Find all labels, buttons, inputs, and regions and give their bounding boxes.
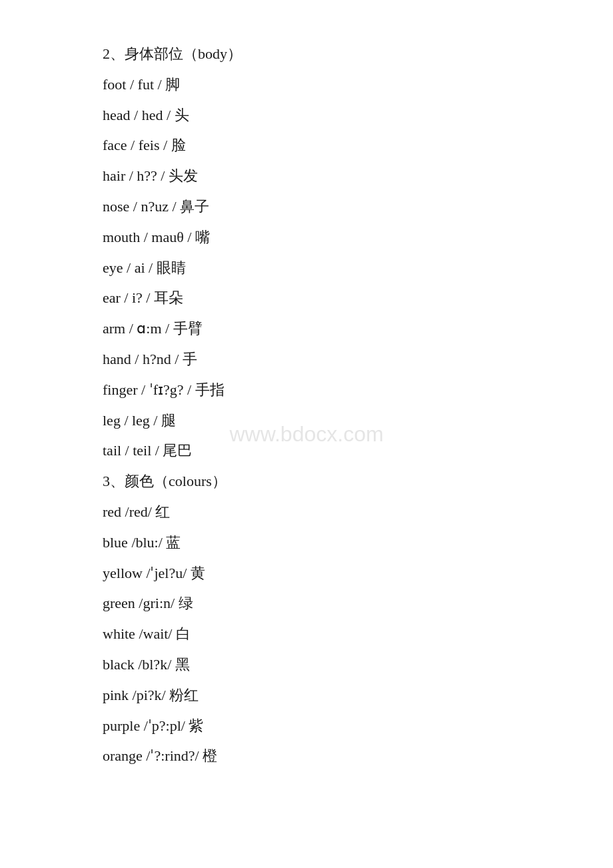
section-header-body-section: 2、身体部位（body） xyxy=(103,40,510,68)
vocab-item-body-section-2: face / feis / 脸 xyxy=(103,131,510,159)
vocab-item-colours-section-3: green /gri:n/ 绿 xyxy=(103,589,510,617)
vocab-item-colours-section-2: yellow /ˈjel?u/ 黄 xyxy=(103,559,510,587)
vocab-item-colours-section-5: black /bl?k/ 黑 xyxy=(103,651,510,679)
vocab-item-body-section-5: mouth / mauθ / 嘴 xyxy=(103,223,510,251)
vocab-item-colours-section-8: orange /ˈ?:rind?/ 橙 xyxy=(103,742,510,770)
vocab-item-body-section-12: tail / teil / 尾巴 xyxy=(103,437,510,465)
vocab-item-colours-section-0: red /red/ 红 xyxy=(103,498,510,526)
vocab-item-colours-section-6: pink /pi?k/ 粉红 xyxy=(103,681,510,709)
vocab-item-body-section-8: arm / ɑ:m / 手臂 xyxy=(103,315,510,343)
vocab-item-colours-section-1: blue /blu:/ 蓝 xyxy=(103,529,510,557)
vocab-item-body-section-7: ear / i? / 耳朵 xyxy=(103,284,510,312)
vocab-item-body-section-6: eye / ai / 眼睛 xyxy=(103,254,510,282)
vocab-item-body-section-11: leg / leg / 腿 xyxy=(103,407,510,435)
vocab-item-body-section-3: hair / h?? / 头发 xyxy=(103,162,510,190)
vocab-item-colours-section-4: white /wait/ 白 xyxy=(103,620,510,648)
vocab-item-body-section-0: foot / fut / 脚 xyxy=(103,71,510,99)
vocab-item-body-section-9: hand / h?nd / 手 xyxy=(103,345,510,373)
main-content: 2、身体部位（body）foot / fut / 脚head / hed / 头… xyxy=(0,0,613,813)
vocab-item-body-section-4: nose / n?uz / 鼻子 xyxy=(103,193,510,221)
section-header-colours-section: 3、颜色（colours） xyxy=(103,467,510,495)
vocab-item-body-section-1: head / hed / 头 xyxy=(103,101,510,129)
vocab-item-colours-section-7: purple /ˈp?:pl/ 紫 xyxy=(103,712,510,740)
vocab-item-body-section-10: finger / ˈfɪ?g? / 手指 xyxy=(103,376,510,404)
